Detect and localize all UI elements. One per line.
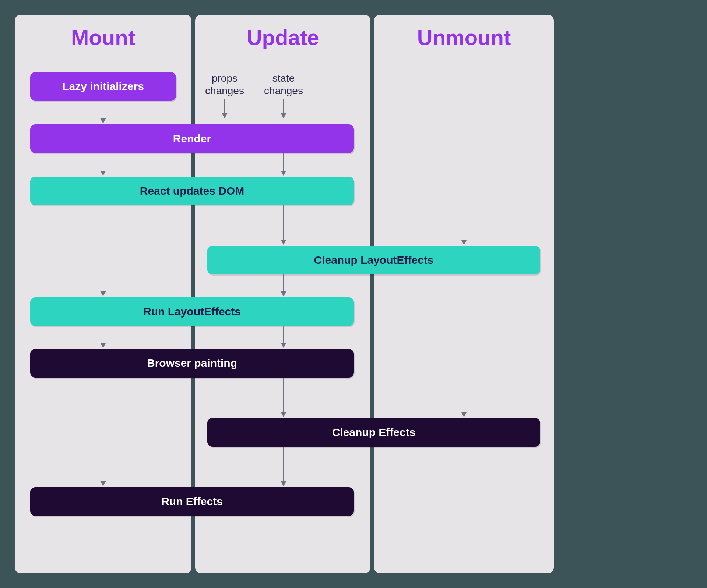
column-title-update: Update xyxy=(195,25,370,50)
step-react-updates-dom: React updates DOM xyxy=(30,177,354,205)
step-browser-painting: Browser painting xyxy=(30,349,354,378)
step-run-effects: Run Effects xyxy=(30,487,354,516)
step-run-layout-effects: Run LayoutEffects xyxy=(30,297,354,326)
lifecycle-diagram: Mount Update Unmount props changes state… xyxy=(0,0,707,588)
step-render: Render xyxy=(30,124,354,153)
column-title-unmount: Unmount xyxy=(374,25,554,50)
step-lazy-initializers: Lazy initializers xyxy=(30,72,176,101)
column-title-mount: Mount xyxy=(15,25,191,50)
step-cleanup-effects: Cleanup Effects xyxy=(207,418,540,447)
label-props-changes: props changes xyxy=(199,72,250,97)
column-unmount: Unmount xyxy=(374,15,554,573)
step-cleanup-layout-effects: Cleanup LayoutEffects xyxy=(207,246,540,274)
label-state-changes: state changes xyxy=(258,72,309,97)
